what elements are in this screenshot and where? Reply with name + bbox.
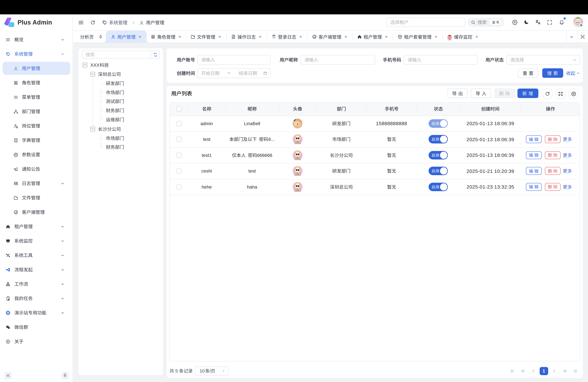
svg-text:redis: redis	[447, 39, 451, 40]
